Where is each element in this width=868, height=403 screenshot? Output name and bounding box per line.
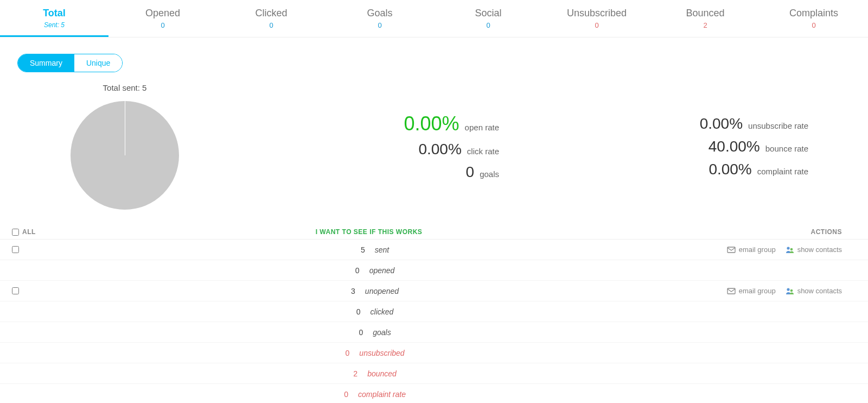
row-count: 2 — [341, 369, 358, 378]
stat-name: goals — [480, 169, 499, 179]
stat-value: 0.00% — [418, 141, 461, 158]
tab-label: Opened — [145, 8, 180, 18]
tab-label: Social — [475, 8, 501, 18]
contacts-icon — [786, 287, 794, 295]
row-label: unsubscribed — [359, 349, 404, 357]
stat-bounce-rate: 40.00%bounce rate — [559, 138, 868, 155]
row-count: 0 — [343, 266, 360, 275]
row-count: 0 — [333, 349, 349, 357]
tab-bounced[interactable]: Bounced2 — [651, 0, 760, 37]
unique-toggle[interactable]: Unique — [74, 54, 122, 72]
tab-sub: Sent: 5 — [0, 21, 108, 29]
row-count: 3 — [339, 287, 355, 295]
stat-value: 0 — [466, 163, 475, 181]
table-row: 2bounced — [0, 363, 868, 384]
action-label: show contacts — [797, 245, 842, 254]
tab-unsubscribed[interactable]: Unsubscribed0 — [542, 0, 651, 37]
tab-label: Bounced — [686, 8, 724, 18]
tab-count: 0 — [542, 21, 651, 29]
summary-toggle[interactable]: Summary — [18, 54, 74, 72]
table-row: 0opened — [0, 260, 868, 281]
mail-icon — [727, 287, 736, 295]
tab-social[interactable]: Social0 — [434, 0, 542, 37]
tab-opened[interactable]: Opened0 — [108, 0, 217, 37]
stat-name: open rate — [465, 123, 499, 132]
stat-goals: 0goals — [250, 163, 559, 181]
table-row: 0clicked — [0, 301, 868, 322]
table-actions-header: ACTIONS — [705, 228, 868, 236]
stat-value: 0.00% — [709, 161, 751, 178]
tab-label: Unsubscribed — [567, 8, 627, 18]
tab-goals[interactable]: Goals0 — [326, 0, 434, 37]
stat-value: 0.00% — [404, 112, 459, 135]
tab-count: 0 — [217, 21, 326, 29]
row-label: unopened — [365, 287, 399, 295]
stat-name: click rate — [467, 147, 499, 156]
stat-complaint-rate: 0.00%complaint rate — [559, 161, 868, 178]
email-group-action[interactable]: email group — [727, 245, 776, 254]
row-checkbox[interactable] — [12, 287, 19, 294]
stat-name: complaint rate — [757, 167, 808, 176]
tab-count: 0 — [760, 21, 868, 29]
stat-name: bounce rate — [765, 144, 808, 153]
pie-title: Total sent: 5 — [0, 83, 250, 92]
row-label: complaint rate — [358, 390, 406, 399]
stat-value: 0.00% — [700, 115, 743, 133]
row-label: opened — [369, 266, 395, 275]
stat-value: 40.00% — [709, 138, 760, 155]
tab-clicked[interactable]: Clicked0 — [217, 0, 326, 37]
select-all-checkbox[interactable] — [12, 229, 19, 236]
action-label: show contacts — [797, 287, 842, 295]
stat-name: unsubscribe rate — [748, 121, 808, 130]
stat-open-rate: 0.00%open rate — [250, 112, 559, 135]
select-all-col[interactable]: ALL — [0, 228, 33, 236]
table-row: 0unsubscribed — [0, 343, 868, 363]
table-row: 0complaint rate — [0, 384, 868, 403]
row-label: bounced — [367, 369, 397, 378]
row-label: sent — [375, 245, 389, 254]
table-row: 0goals — [0, 322, 868, 343]
action-label: email group — [739, 287, 776, 295]
pie-chart — [71, 101, 179, 210]
email-group-action[interactable]: email group — [727, 287, 776, 295]
tab-count: 0 — [108, 21, 217, 29]
tab-complaints[interactable]: Complaints0 — [760, 0, 868, 37]
row-count: 0 — [347, 328, 363, 337]
table-mid-header: I WANT TO SEE IF THIS WORKS — [33, 228, 705, 236]
tab-label: Total — [43, 8, 66, 18]
row-count: 5 — [349, 245, 365, 254]
row-label: goals — [373, 328, 391, 337]
row-label: clicked — [371, 307, 394, 316]
table-row: 3unopenedemail groupshow contacts — [0, 281, 868, 301]
stat-unsubscribe-rate: 0.00%unsubscribe rate — [559, 115, 868, 133]
view-toggle[interactable]: Summary Unique — [17, 54, 123, 72]
tab-count: 2 — [651, 21, 760, 29]
tab-total[interactable]: TotalSent: 5 — [0, 0, 108, 37]
show-contacts-action[interactable]: show contacts — [786, 287, 842, 295]
table-row: 5sentemail groupshow contacts — [0, 240, 868, 260]
action-label: email group — [739, 245, 776, 254]
stat-click-rate: 0.00%click rate — [250, 141, 559, 158]
row-checkbox[interactable] — [12, 246, 19, 253]
tab-label: Complaints — [789, 8, 838, 18]
row-count: 0 — [344, 307, 361, 316]
tab-count: 0 — [326, 21, 434, 29]
tab-count: 0 — [434, 21, 542, 29]
contacts-icon — [786, 245, 794, 254]
tab-label: Clicked — [255, 8, 287, 18]
tab-label: Goals — [367, 8, 392, 18]
mail-icon — [727, 245, 736, 254]
row-count: 0 — [332, 390, 348, 399]
show-contacts-action[interactable]: show contacts — [786, 245, 842, 254]
